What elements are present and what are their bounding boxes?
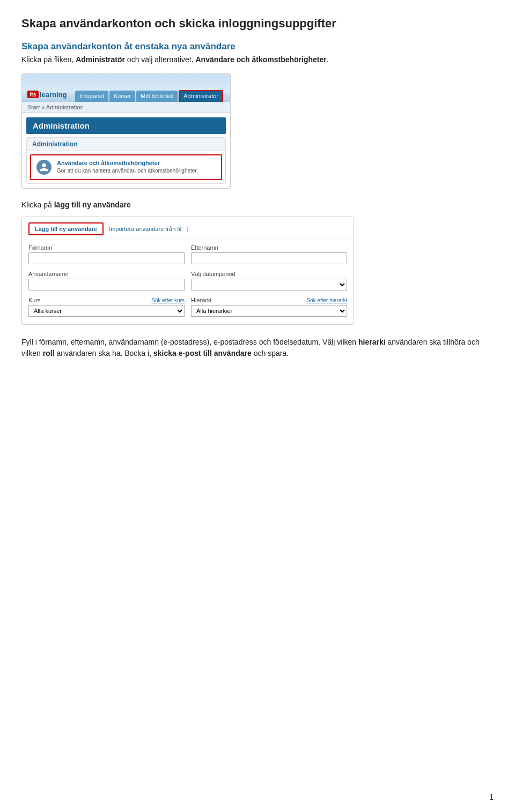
click-instruction: Klicka på lägg till ny användare xyxy=(21,200,494,209)
tab-kurser[interactable]: Kurser xyxy=(109,91,135,102)
efternamn-input[interactable] xyxy=(191,252,347,264)
click-text-bold: lägg till ny användare xyxy=(54,200,131,209)
intro-text-plain: Klicka på fliken, xyxy=(21,55,76,64)
hierarki-select[interactable]: Alla hierarkier xyxy=(191,305,347,317)
desc1-hierarki: hierarki xyxy=(358,338,386,346)
user-icon xyxy=(36,160,52,175)
desc1-epost: skicka e-post till användare xyxy=(153,349,252,357)
datumperiod-select[interactable] xyxy=(191,279,347,290)
efternamn-label: Efternamn xyxy=(191,244,347,251)
itslearning-logo: its learning xyxy=(27,91,67,99)
screenshot-add-user-form: Lägg till ny användare Importera använda… xyxy=(21,217,354,325)
hierarki-field: Hierarki Sök efter hierarki Alla hierark… xyxy=(188,293,347,319)
fornamn-input[interactable] xyxy=(28,252,185,264)
itslearning-header: its learning Infopanel Kurser Mitt bibli… xyxy=(22,74,230,102)
screenshot-admin-panel: its learning Infopanel Kurser Mitt bibli… xyxy=(21,73,231,189)
desc1-roll: roll xyxy=(43,349,55,357)
click-text-plain: Klicka på xyxy=(21,200,54,209)
intro-paragraph: Klicka på fliken, Administratör och välj… xyxy=(21,55,494,64)
desc1-last: och spara. xyxy=(252,349,289,357)
add-user-button[interactable]: Lägg till ny användare xyxy=(28,222,104,235)
page-main-title: Skapa användarkonton och skicka inloggni… xyxy=(21,16,494,32)
hierarki-label: Hierarki xyxy=(191,297,211,303)
intro-access-bold: Användare och åtkomstbehörigheter xyxy=(195,55,326,64)
hierarki-search-link[interactable]: Sök efter hierarki xyxy=(306,297,347,303)
admin-item-title: Användare och åtkomstbehörigheter xyxy=(57,160,198,166)
tab-administrator[interactable]: Administratör xyxy=(179,90,223,102)
användarnamn-label: Användarnamn xyxy=(28,271,185,277)
intro-text-middle: och välj alternativet, xyxy=(125,55,196,64)
admin-section-title: Administration xyxy=(27,138,225,151)
kurs-search-link[interactable]: Sök efter kurs xyxy=(151,297,185,303)
fornamn-field: Förnamn xyxy=(28,240,188,266)
import-users-link[interactable]: Importera användare från fil xyxy=(109,226,181,232)
kurs-select[interactable]: Alla kurser xyxy=(28,305,185,317)
its-logo-its: its xyxy=(27,91,39,98)
form-toolbar: Lägg till ny användare Importera använda… xyxy=(22,217,354,240)
användarnamn-field: Användarnamn xyxy=(28,266,188,293)
fornamn-label: Förnamn xyxy=(28,244,185,251)
desc1-end: användaren ska ha. Bocka i, xyxy=(54,349,153,357)
toolbar-separator: | xyxy=(187,226,188,232)
intro-admin-bold: Administratör xyxy=(76,55,125,64)
kurs-field: Kurs Sök efter kurs Alla kurser xyxy=(28,293,188,319)
page-sub-title: Skapa användarkonton åt enstaka nya anvä… xyxy=(21,41,494,52)
desc1-text: Fyll i förnamn, efternamn, användarnamn … xyxy=(21,338,358,346)
datumperiod-field: Välj datumperiod xyxy=(188,266,347,293)
its-logo-learning: learning xyxy=(40,91,67,99)
nav-tabs: Infopanel Kurser Mitt bibliotek Administ… xyxy=(75,90,223,102)
användarnamn-input[interactable] xyxy=(28,279,185,290)
efternamn-field: Efternamn xyxy=(188,240,347,266)
user-form-grid: Förnamn Efternamn Användarnamn Välj datu… xyxy=(22,240,354,319)
breadcrumb: Start » Administration xyxy=(22,102,230,113)
datumperiod-label: Välj datumperiod xyxy=(191,271,347,277)
intro-text-end: . xyxy=(327,55,329,64)
admin-section: Administration Användare och åtkomstbehö… xyxy=(26,137,226,184)
admin-item-users[interactable]: Användare och åtkomstbehörigheter Gör at… xyxy=(30,154,222,180)
tab-mitt-bibliotek[interactable]: Mitt bibliotek xyxy=(136,91,178,102)
description-paragraph: Fyll i förnamn, efternamn, användarnamn … xyxy=(21,337,494,359)
user-svg xyxy=(39,162,49,172)
admin-item-desc: Gör att du kan hantera användar- och åtk… xyxy=(57,167,198,174)
admin-heading: Administration xyxy=(26,117,226,134)
admin-item-text: Användare och åtkomstbehörigheter Gör at… xyxy=(57,160,198,174)
kurs-label: Kurs xyxy=(28,297,41,303)
tab-infopanel[interactable]: Infopanel xyxy=(75,91,108,102)
